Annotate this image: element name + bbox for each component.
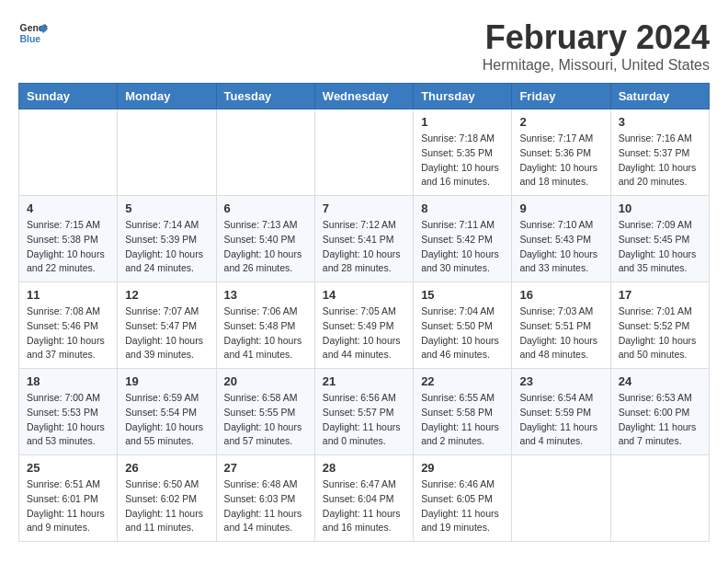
calendar-cell: 8Sunrise: 7:11 AMSunset: 5:42 PMDaylight… — [414, 196, 512, 282]
calendar-week-3: 11Sunrise: 7:08 AMSunset: 5:46 PMDayligh… — [19, 282, 710, 369]
day-info: Sunrise: 7:13 AMSunset: 5:40 PMDaylight:… — [224, 218, 307, 276]
day-info: Sunrise: 7:07 AMSunset: 5:47 PMDaylight:… — [125, 304, 208, 362]
day-info: Sunrise: 7:06 AMSunset: 5:48 PMDaylight:… — [224, 304, 307, 362]
logo: General Blue — [18, 18, 48, 48]
page-header: General Blue February 2024 Hermitage, Mi… — [18, 18, 710, 74]
calendar-cell — [314, 109, 413, 196]
day-info: Sunrise: 7:09 AMSunset: 5:45 PMDaylight:… — [619, 218, 701, 276]
calendar-cell — [512, 455, 610, 542]
day-number: 7 — [323, 201, 405, 215]
day-number: 16 — [519, 288, 602, 302]
calendar-week-5: 25Sunrise: 6:51 AMSunset: 6:01 PMDayligh… — [19, 455, 710, 542]
day-info: Sunrise: 6:47 AMSunset: 6:04 PMDaylight:… — [323, 477, 405, 535]
day-info: Sunrise: 7:18 AMSunset: 5:35 PMDaylight:… — [421, 132, 504, 190]
calendar-week-2: 4Sunrise: 7:15 AMSunset: 5:38 PMDaylight… — [19, 196, 710, 282]
day-number: 20 — [224, 374, 307, 388]
calendar-cell: 18Sunrise: 7:00 AMSunset: 5:53 PMDayligh… — [19, 369, 118, 455]
day-info: Sunrise: 7:12 AMSunset: 5:41 PMDaylight:… — [323, 218, 405, 276]
calendar-cell: 29Sunrise: 6:46 AMSunset: 6:05 PMDayligh… — [414, 455, 512, 542]
day-info: Sunrise: 6:51 AMSunset: 6:01 PMDaylight:… — [27, 477, 109, 535]
calendar-cell: 28Sunrise: 6:47 AMSunset: 6:04 PMDayligh… — [314, 455, 413, 542]
day-number: 19 — [125, 374, 208, 388]
day-info: Sunrise: 7:14 AMSunset: 5:39 PMDaylight:… — [125, 218, 208, 276]
calendar-cell: 4Sunrise: 7:15 AMSunset: 5:38 PMDaylight… — [19, 196, 118, 282]
calendar-cell: 24Sunrise: 6:53 AMSunset: 6:00 PMDayligh… — [610, 369, 709, 455]
day-number: 2 — [519, 115, 602, 129]
day-number: 18 — [27, 374, 109, 388]
day-info: Sunrise: 6:46 AMSunset: 6:05 PMDaylight:… — [421, 477, 504, 535]
weekday-header-thursday: Thursday — [414, 84, 512, 109]
day-number: 5 — [125, 201, 208, 215]
calendar-cell: 1Sunrise: 7:18 AMSunset: 5:35 PMDaylight… — [414, 109, 512, 196]
day-number: 17 — [619, 288, 701, 302]
calendar-cell: 17Sunrise: 7:01 AMSunset: 5:52 PMDayligh… — [610, 282, 709, 369]
day-info: Sunrise: 6:58 AMSunset: 5:55 PMDaylight:… — [224, 391, 307, 449]
calendar-cell: 16Sunrise: 7:03 AMSunset: 5:51 PMDayligh… — [512, 282, 610, 369]
calendar-cell — [118, 109, 216, 196]
day-number: 11 — [27, 288, 109, 302]
calendar-cell: 21Sunrise: 6:56 AMSunset: 5:57 PMDayligh… — [314, 369, 413, 455]
day-info: Sunrise: 7:17 AMSunset: 5:36 PMDaylight:… — [519, 132, 602, 190]
weekday-header-sunday: Sunday — [19, 84, 118, 109]
day-number: 29 — [421, 461, 504, 475]
day-number: 10 — [619, 201, 701, 215]
day-info: Sunrise: 7:10 AMSunset: 5:43 PMDaylight:… — [519, 218, 602, 276]
day-number: 8 — [421, 201, 504, 215]
weekday-header-tuesday: Tuesday — [216, 84, 314, 109]
day-info: Sunrise: 7:08 AMSunset: 5:46 PMDaylight:… — [27, 304, 109, 362]
day-number: 13 — [224, 288, 307, 302]
calendar-cell: 20Sunrise: 6:58 AMSunset: 5:55 PMDayligh… — [216, 369, 314, 455]
day-info: Sunrise: 7:01 AMSunset: 5:52 PMDaylight:… — [619, 304, 701, 362]
day-number: 23 — [519, 374, 602, 388]
day-number: 24 — [619, 374, 701, 388]
day-info: Sunrise: 6:54 AMSunset: 5:59 PMDaylight:… — [519, 391, 602, 449]
calendar-cell: 2Sunrise: 7:17 AMSunset: 5:36 PMDaylight… — [512, 109, 610, 196]
day-number: 25 — [27, 461, 109, 475]
day-number: 14 — [323, 288, 405, 302]
day-number: 4 — [27, 201, 109, 215]
calendar-cell: 11Sunrise: 7:08 AMSunset: 5:46 PMDayligh… — [19, 282, 118, 369]
day-number: 1 — [421, 115, 504, 129]
calendar-week-1: 1Sunrise: 7:18 AMSunset: 5:35 PMDaylight… — [19, 109, 710, 196]
calendar-cell: 3Sunrise: 7:16 AMSunset: 5:37 PMDaylight… — [610, 109, 709, 196]
day-number: 21 — [323, 374, 405, 388]
day-info: Sunrise: 6:56 AMSunset: 5:57 PMDaylight:… — [323, 391, 405, 449]
calendar-header-row: SundayMondayTuesdayWednesdayThursdayFrid… — [19, 84, 710, 109]
calendar-cell: 27Sunrise: 6:48 AMSunset: 6:03 PMDayligh… — [216, 455, 314, 542]
day-info: Sunrise: 6:55 AMSunset: 5:58 PMDaylight:… — [421, 391, 504, 449]
calendar-cell: 15Sunrise: 7:04 AMSunset: 5:50 PMDayligh… — [414, 282, 512, 369]
calendar-cell: 9Sunrise: 7:10 AMSunset: 5:43 PMDaylight… — [512, 196, 610, 282]
day-number: 28 — [323, 461, 405, 475]
calendar-cell: 19Sunrise: 6:59 AMSunset: 5:54 PMDayligh… — [118, 369, 216, 455]
day-number: 26 — [125, 461, 208, 475]
month-title: February 2024 — [483, 18, 710, 57]
calendar-table: SundayMondayTuesdayWednesdayThursdayFrid… — [18, 83, 710, 542]
weekday-header-friday: Friday — [512, 84, 610, 109]
day-info: Sunrise: 6:59 AMSunset: 5:54 PMDaylight:… — [125, 391, 208, 449]
day-info: Sunrise: 7:16 AMSunset: 5:37 PMDaylight:… — [619, 132, 701, 190]
calendar-cell: 10Sunrise: 7:09 AMSunset: 5:45 PMDayligh… — [610, 196, 709, 282]
weekday-header-monday: Monday — [118, 84, 216, 109]
logo-icon: General Blue — [18, 18, 48, 48]
day-info: Sunrise: 7:05 AMSunset: 5:49 PMDaylight:… — [323, 304, 405, 362]
calendar-week-4: 18Sunrise: 7:00 AMSunset: 5:53 PMDayligh… — [19, 369, 710, 455]
calendar-cell: 14Sunrise: 7:05 AMSunset: 5:49 PMDayligh… — [314, 282, 413, 369]
calendar-cell: 26Sunrise: 6:50 AMSunset: 6:02 PMDayligh… — [118, 455, 216, 542]
calendar-cell: 13Sunrise: 7:06 AMSunset: 5:48 PMDayligh… — [216, 282, 314, 369]
calendar-cell — [216, 109, 314, 196]
day-number: 22 — [421, 374, 504, 388]
day-number: 27 — [224, 461, 307, 475]
day-info: Sunrise: 6:50 AMSunset: 6:02 PMDaylight:… — [125, 477, 208, 535]
day-info: Sunrise: 7:00 AMSunset: 5:53 PMDaylight:… — [27, 391, 109, 449]
calendar-cell: 7Sunrise: 7:12 AMSunset: 5:41 PMDaylight… — [314, 196, 413, 282]
calendar-cell: 12Sunrise: 7:07 AMSunset: 5:47 PMDayligh… — [118, 282, 216, 369]
day-number: 15 — [421, 288, 504, 302]
calendar-cell — [19, 109, 118, 196]
calendar-cell: 25Sunrise: 6:51 AMSunset: 6:01 PMDayligh… — [19, 455, 118, 542]
calendar-cell: 6Sunrise: 7:13 AMSunset: 5:40 PMDaylight… — [216, 196, 314, 282]
day-info: Sunrise: 7:03 AMSunset: 5:51 PMDaylight:… — [519, 304, 602, 362]
day-info: Sunrise: 6:48 AMSunset: 6:03 PMDaylight:… — [224, 477, 307, 535]
day-info: Sunrise: 7:04 AMSunset: 5:50 PMDaylight:… — [421, 304, 504, 362]
day-number: 9 — [519, 201, 602, 215]
day-info: Sunrise: 7:15 AMSunset: 5:38 PMDaylight:… — [27, 218, 109, 276]
